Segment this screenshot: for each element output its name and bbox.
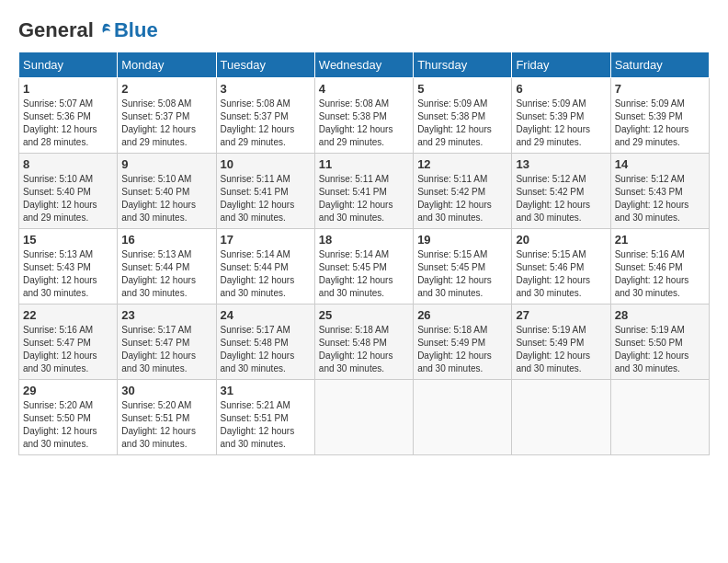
day-detail: Sunrise: 5:11 AM Sunset: 5:41 PM Dayligh…: [319, 173, 409, 224]
calendar-header-monday: Monday: [118, 52, 216, 78]
day-detail: Sunrise: 5:08 AM Sunset: 5:37 PM Dayligh…: [121, 98, 211, 149]
day-detail: Sunrise: 5:08 AM Sunset: 5:37 PM Dayligh…: [221, 98, 311, 149]
day-detail: Sunrise: 5:21 AM Sunset: 5:51 PM Dayligh…: [221, 399, 311, 451]
logo-general: General: [18, 18, 94, 42]
day-detail: Sunrise: 5:15 AM Sunset: 5:46 PM Dayligh…: [516, 248, 606, 300]
calendar-cell: 7Sunrise: 5:09 AM Sunset: 5:39 PM Daylig…: [610, 78, 709, 154]
day-number: 12: [417, 157, 507, 171]
day-number: 20: [516, 233, 606, 247]
calendar-cell: 3Sunrise: 5:08 AM Sunset: 5:37 PM Daylig…: [216, 78, 314, 154]
day-number: 26: [417, 308, 507, 322]
calendar-cell: 14Sunrise: 5:12 AM Sunset: 5:43 PM Dayli…: [610, 154, 709, 229]
logo-blue: Blue: [114, 18, 158, 42]
day-number: 19: [417, 233, 507, 247]
calendar-cell: [512, 380, 610, 455]
calendar-header-sunday: Sunday: [19, 52, 118, 78]
day-detail: Sunrise: 5:19 AM Sunset: 5:50 PM Dayligh…: [615, 324, 705, 375]
day-detail: Sunrise: 5:18 AM Sunset: 5:49 PM Dayligh…: [417, 324, 507, 375]
calendar-week-row: 29Sunrise: 5:20 AM Sunset: 5:50 PM Dayli…: [19, 380, 710, 455]
day-detail: Sunrise: 5:13 AM Sunset: 5:44 PM Dayligh…: [121, 248, 211, 300]
day-number: 31: [221, 384, 311, 397]
day-number: 27: [516, 308, 606, 322]
day-detail: Sunrise: 5:11 AM Sunset: 5:41 PM Dayligh…: [221, 173, 311, 224]
logo-text: General Blue: [18, 18, 158, 42]
day-detail: Sunrise: 5:16 AM Sunset: 5:46 PM Dayligh…: [615, 248, 705, 300]
day-number: 9: [121, 157, 211, 171]
day-detail: Sunrise: 5:20 AM Sunset: 5:50 PM Dayligh…: [23, 399, 113, 451]
calendar-cell: 4Sunrise: 5:08 AM Sunset: 5:38 PM Daylig…: [314, 78, 413, 154]
day-number: 21: [615, 233, 705, 247]
calendar-cell: 23Sunrise: 5:17 AM Sunset: 5:47 PM Dayli…: [118, 304, 216, 380]
day-number: 17: [221, 233, 311, 247]
calendar-cell: 25Sunrise: 5:18 AM Sunset: 5:48 PM Dayli…: [314, 304, 413, 380]
page-header: General Blue: [18, 18, 710, 42]
calendar-cell: [610, 380, 709, 455]
calendar-cell: 31Sunrise: 5:21 AM Sunset: 5:51 PM Dayli…: [216, 380, 314, 455]
day-number: 29: [23, 384, 113, 397]
day-number: 6: [516, 82, 606, 96]
day-detail: Sunrise: 5:12 AM Sunset: 5:42 PM Dayligh…: [516, 173, 606, 224]
day-detail: Sunrise: 5:09 AM Sunset: 5:39 PM Dayligh…: [516, 98, 606, 149]
day-number: 5: [417, 82, 507, 96]
day-number: 18: [319, 233, 409, 247]
calendar-table: SundayMondayTuesdayWednesdayThursdayFrid…: [18, 52, 710, 455]
calendar-week-row: 8Sunrise: 5:10 AM Sunset: 5:40 PM Daylig…: [19, 154, 710, 229]
calendar-cell: 5Sunrise: 5:09 AM Sunset: 5:38 PM Daylig…: [414, 78, 512, 154]
day-number: 16: [121, 233, 211, 247]
day-detail: Sunrise: 5:20 AM Sunset: 5:51 PM Dayligh…: [121, 399, 211, 451]
day-number: 2: [121, 82, 211, 96]
calendar-cell: 1Sunrise: 5:07 AM Sunset: 5:36 PM Daylig…: [19, 78, 118, 154]
calendar-cell: 19Sunrise: 5:15 AM Sunset: 5:45 PM Dayli…: [414, 229, 512, 304]
calendar-cell: 9Sunrise: 5:10 AM Sunset: 5:40 PM Daylig…: [118, 154, 216, 229]
day-detail: Sunrise: 5:12 AM Sunset: 5:43 PM Dayligh…: [615, 173, 705, 224]
day-number: 3: [221, 82, 311, 96]
calendar-week-row: 1Sunrise: 5:07 AM Sunset: 5:36 PM Daylig…: [19, 78, 710, 154]
calendar-cell: 27Sunrise: 5:19 AM Sunset: 5:49 PM Dayli…: [512, 304, 610, 380]
calendar-cell: 16Sunrise: 5:13 AM Sunset: 5:44 PM Dayli…: [118, 229, 216, 304]
day-number: 13: [516, 157, 606, 171]
day-number: 7: [615, 82, 705, 96]
calendar-cell: 8Sunrise: 5:10 AM Sunset: 5:40 PM Daylig…: [19, 154, 118, 229]
day-number: 25: [319, 308, 409, 322]
day-detail: Sunrise: 5:09 AM Sunset: 5:38 PM Dayligh…: [417, 98, 507, 149]
calendar-week-row: 15Sunrise: 5:13 AM Sunset: 5:43 PM Dayli…: [19, 229, 710, 304]
calendar-cell: [314, 380, 413, 455]
day-detail: Sunrise: 5:09 AM Sunset: 5:39 PM Dayligh…: [615, 98, 705, 149]
calendar-cell: 18Sunrise: 5:14 AM Sunset: 5:45 PM Dayli…: [314, 229, 413, 304]
day-detail: Sunrise: 5:11 AM Sunset: 5:42 PM Dayligh…: [417, 173, 507, 224]
day-detail: Sunrise: 5:19 AM Sunset: 5:49 PM Dayligh…: [516, 324, 606, 375]
calendar-header-saturday: Saturday: [610, 52, 709, 78]
calendar-cell: 20Sunrise: 5:15 AM Sunset: 5:46 PM Dayli…: [512, 229, 610, 304]
day-number: 4: [319, 82, 409, 96]
calendar-cell: 21Sunrise: 5:16 AM Sunset: 5:46 PM Dayli…: [610, 229, 709, 304]
calendar-cell: 13Sunrise: 5:12 AM Sunset: 5:42 PM Dayli…: [512, 154, 610, 229]
day-detail: Sunrise: 5:17 AM Sunset: 5:47 PM Dayligh…: [121, 324, 211, 375]
calendar-header-wednesday: Wednesday: [314, 52, 413, 78]
calendar-header-thursday: Thursday: [414, 52, 512, 78]
day-detail: Sunrise: 5:08 AM Sunset: 5:38 PM Dayligh…: [319, 98, 409, 149]
calendar-cell: 12Sunrise: 5:11 AM Sunset: 5:42 PM Dayli…: [414, 154, 512, 229]
calendar-week-row: 22Sunrise: 5:16 AM Sunset: 5:47 PM Dayli…: [19, 304, 710, 380]
day-number: 30: [121, 384, 211, 397]
calendar-cell: [414, 380, 512, 455]
day-number: 10: [221, 157, 311, 171]
calendar-header-tuesday: Tuesday: [216, 52, 314, 78]
day-detail: Sunrise: 5:13 AM Sunset: 5:43 PM Dayligh…: [23, 248, 113, 300]
day-detail: Sunrise: 5:07 AM Sunset: 5:36 PM Dayligh…: [23, 98, 113, 149]
day-detail: Sunrise: 5:16 AM Sunset: 5:47 PM Dayligh…: [23, 324, 113, 375]
logo: General Blue: [18, 18, 158, 42]
day-number: 24: [221, 308, 311, 322]
calendar-cell: 30Sunrise: 5:20 AM Sunset: 5:51 PM Dayli…: [118, 380, 216, 455]
day-detail: Sunrise: 5:18 AM Sunset: 5:48 PM Dayligh…: [319, 324, 409, 375]
calendar-cell: 24Sunrise: 5:17 AM Sunset: 5:48 PM Dayli…: [216, 304, 314, 380]
calendar-cell: 17Sunrise: 5:14 AM Sunset: 5:44 PM Dayli…: [216, 229, 314, 304]
calendar-cell: 6Sunrise: 5:09 AM Sunset: 5:39 PM Daylig…: [512, 78, 610, 154]
day-number: 22: [23, 308, 113, 322]
calendar-cell: 15Sunrise: 5:13 AM Sunset: 5:43 PM Dayli…: [19, 229, 118, 304]
day-detail: Sunrise: 5:10 AM Sunset: 5:40 PM Dayligh…: [121, 173, 211, 224]
calendar-cell: 22Sunrise: 5:16 AM Sunset: 5:47 PM Dayli…: [19, 304, 118, 380]
day-number: 11: [319, 157, 409, 171]
calendar-cell: 2Sunrise: 5:08 AM Sunset: 5:37 PM Daylig…: [118, 78, 216, 154]
calendar-cell: 29Sunrise: 5:20 AM Sunset: 5:50 PM Dayli…: [19, 380, 118, 455]
day-number: 23: [121, 308, 211, 322]
